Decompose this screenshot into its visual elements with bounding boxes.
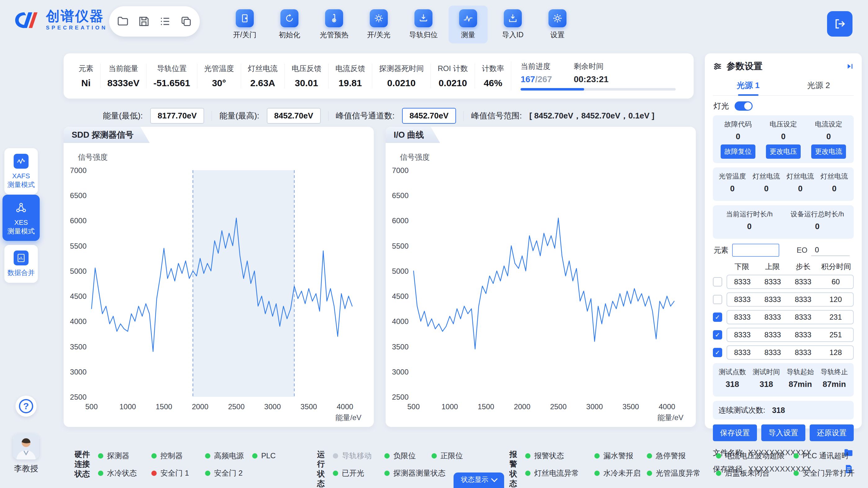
chevron-down-icon: [491, 475, 498, 482]
sdd-chart-canvas[interactable]: 2500300035004000450050005500600065007000…: [64, 127, 374, 427]
toolbar-preheat-button[interactable]: 光管预热: [315, 6, 354, 43]
preheat-icon: [325, 9, 343, 27]
readout: 光管温度 0: [715, 172, 749, 197]
copy-icon[interactable]: [180, 15, 192, 28]
toolbar-settings-button[interactable]: 设置: [538, 6, 577, 43]
sidebar-item-xafs-mode[interactable]: XAFS 测量模式: [4, 148, 38, 194]
light-icon: [370, 9, 388, 27]
energy-min-input[interactable]: [150, 108, 204, 124]
save-icon[interactable]: [138, 15, 150, 28]
exit-button[interactable]: [827, 11, 852, 37]
settings-buttons: 保存设置 导入设置 还原设置: [713, 424, 854, 441]
energy-max-label: 能量(最高):: [219, 110, 259, 121]
svg-text:3500: 3500: [70, 343, 87, 351]
tab-light-source-2[interactable]: 光源 2: [783, 76, 854, 95]
xes-molecule-icon: [14, 200, 29, 215]
stat-readout: 灯丝电流 2.63A: [241, 64, 284, 88]
help-button[interactable]: ?: [16, 396, 37, 417]
io-chart-canvas[interactable]: 2500300035004000450050005500600065007000…: [385, 127, 696, 427]
toolbar-init-button[interactable]: 初始化: [270, 6, 309, 43]
upper-limit-cell: 8333: [757, 295, 788, 304]
status-dot: [647, 453, 652, 459]
toolbar-door-button[interactable]: 开/关门: [225, 6, 264, 43]
divider: [212, 111, 212, 121]
continuous-test-value: 318: [772, 406, 785, 415]
status-item: 急停警报: [647, 451, 716, 461]
toolbar-label: 导轨归位: [409, 30, 438, 40]
scan-table-row: 8333 8333 8333 251: [713, 328, 854, 342]
toolbar-rail-home-button[interactable]: 导轨归位: [404, 6, 443, 43]
svg-text:1000: 1000: [441, 402, 458, 411]
settings-button[interactable]: 导入设置: [761, 424, 805, 441]
lower-limit-cell: 8333: [727, 348, 757, 357]
energy-max-input[interactable]: [267, 108, 321, 124]
svg-text:2500: 2500: [550, 402, 566, 411]
toolbar-label: 设置: [550, 30, 565, 40]
sdd-chart-title-tab: SDD 探测器信号: [64, 127, 150, 143]
tab-light-source-1[interactable]: 光源 1: [713, 76, 783, 95]
readout: 灯丝电流 0: [783, 172, 817, 197]
list-icon[interactable]: [159, 15, 171, 28]
open-folder-icon[interactable]: [117, 15, 129, 28]
light-source-tabs: 光源 1 光源 2: [713, 76, 854, 96]
user-avatar[interactable]: [13, 433, 39, 459]
svg-text:5000: 5000: [392, 267, 409, 275]
row-checkbox[interactable]: [713, 313, 722, 322]
alarm-status-label: 报 警 状 态: [509, 450, 517, 488]
row-checkbox[interactable]: [713, 277, 722, 287]
step-cell: 8333: [788, 330, 818, 339]
row-checkbox[interactable]: [713, 330, 722, 339]
row-checkbox[interactable]: [713, 348, 722, 357]
stat-readout: 元素 Ni: [72, 64, 100, 88]
stat-readout: 探测器死时间 0.0210: [372, 64, 431, 88]
logout-icon: [833, 18, 846, 30]
progress-total: /267: [535, 74, 552, 84]
toolbar-measure-button[interactable]: 测量: [448, 6, 488, 43]
status-dot: [333, 470, 338, 476]
remaining-time-label: 剩余时间: [574, 61, 608, 71]
collapse-panel-icon[interactable]: [846, 62, 854, 70]
element-input[interactable]: [732, 244, 779, 257]
status-item: 探测器测量状态: [384, 468, 432, 478]
toolbar-import-id-button[interactable]: 导入ID: [493, 6, 532, 43]
svg-text:3000: 3000: [264, 402, 281, 411]
sidebar-item-data-merge[interactable]: 数据合并: [4, 245, 38, 283]
stat-readout: 当前能量 8333eV: [100, 64, 146, 88]
svg-text:5500: 5500: [70, 242, 87, 250]
source-control-button[interactable]: 更改电流: [811, 144, 846, 159]
toolbar-label: 测量: [461, 30, 475, 40]
scan-table-row: 8333 8333 8333 60: [713, 275, 854, 289]
settings-button[interactable]: 保存设置: [713, 424, 757, 441]
svg-text:3500: 3500: [301, 402, 317, 411]
status-dot: [716, 453, 721, 459]
row-checkbox[interactable]: [713, 295, 722, 304]
panel-title: 参数设置: [726, 60, 763, 72]
running-status-label: 运 行 状 态: [317, 450, 325, 488]
status-display-toggle[interactable]: 状态显示: [454, 473, 504, 488]
svg-text:4000: 4000: [392, 317, 409, 326]
status-item: 探测器: [98, 451, 151, 461]
svg-text:4000: 4000: [337, 402, 353, 411]
status-dot: [384, 453, 390, 459]
status-card: 元素 Ni 当前能量 8333eV 导轨位置 -51.6561 光管温度 30°: [64, 53, 694, 99]
svg-text:5000: 5000: [70, 267, 87, 275]
svg-text:2000: 2000: [192, 402, 208, 411]
svg-text:4000: 4000: [659, 402, 675, 411]
test-stat: 测试时间 318: [749, 367, 784, 392]
eo-value[interactable]: 0: [811, 244, 850, 256]
settings-button[interactable]: 还原设置: [810, 424, 854, 441]
status-dot: [525, 470, 530, 476]
stat-readout: ROI 计数 0.0210: [431, 64, 475, 88]
peak-channels-input[interactable]: [402, 108, 456, 124]
toolbar-label: 开/关光: [367, 30, 390, 40]
source-control-button[interactable]: 更改电压: [766, 144, 801, 159]
light-toggle[interactable]: [735, 101, 753, 111]
source-control-button[interactable]: 故障复位: [721, 144, 755, 159]
status-item: 水冷未开启: [594, 468, 647, 478]
svg-text:2500: 2500: [70, 393, 87, 401]
toolbar-label: 导入ID: [502, 30, 524, 40]
toolbar-light-button[interactable]: 开/关光: [359, 6, 398, 43]
status-dot: [525, 453, 530, 459]
sidebar-item-xes-mode[interactable]: XES 测量模式: [2, 195, 40, 241]
x-axis-label: 能量/eV: [335, 413, 362, 423]
